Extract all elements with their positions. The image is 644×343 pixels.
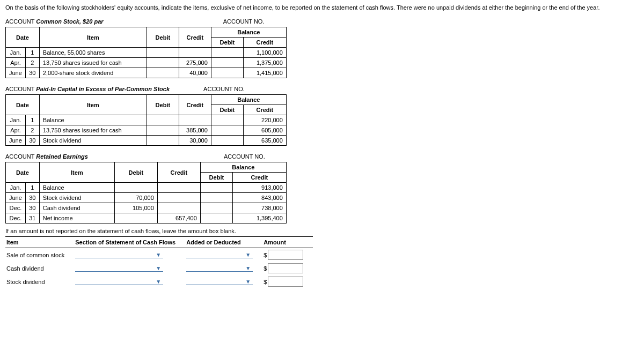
section-dropdown[interactable]: ▼ xyxy=(75,251,163,258)
answer-row: Stock dividend ▼ ▼ $ xyxy=(5,275,313,288)
amount-input[interactable] xyxy=(268,250,303,260)
answer-table: Item Section of Statement of Cash Flows … xyxy=(5,236,313,288)
col-balance-credit: Credit xyxy=(243,38,286,48)
col-answer-added: Added or Deducted xyxy=(185,237,262,248)
col-answer-amount: Amount xyxy=(262,237,313,248)
col-debit: Debit xyxy=(147,27,179,48)
col-answer-section: Section of Statement of Cash Flows xyxy=(74,237,185,248)
chevron-down-icon: ▼ xyxy=(156,252,161,258)
table-row: Apr.213,750 shares issued for cash385,00… xyxy=(6,125,287,136)
dollar-sign: $ xyxy=(264,279,267,285)
col-date: Date xyxy=(6,27,40,48)
instruction-text: On the basis of the following stockholde… xyxy=(5,4,639,11)
section-dropdown[interactable]: ▼ xyxy=(75,265,163,272)
answer-row: Cash dividend ▼ ▼ $ xyxy=(5,262,313,275)
account-header-paid-in-capital: ACCOUNT Paid-In Capital in Excess of Par… xyxy=(5,86,639,92)
account-header-retained-earnings: ACCOUNT Retained Earnings ACCOUNT NO. xyxy=(5,153,639,160)
note-text: If an amount is not reported on the stat… xyxy=(5,228,639,234)
amount-input[interactable] xyxy=(268,263,303,273)
ledger-common-stock: Date Item Debit Credit Balance Debit Cre… xyxy=(5,27,287,78)
answer-row: Sale of common stock ▼ ▼ $ xyxy=(5,248,313,262)
table-row: June30Stock dividend70,000843,000 xyxy=(6,193,287,203)
table-row: Jan.1Balance, 55,000 shares1,100,000 xyxy=(6,48,287,58)
ledger-retained-earnings: Date Item Debit Credit Balance DebitCred… xyxy=(5,162,287,223)
chevron-down-icon: ▼ xyxy=(156,279,161,285)
dollar-sign: $ xyxy=(264,265,267,272)
table-row: Dec.30Cash dividend105,000738,000 xyxy=(6,203,287,213)
answer-item-label: Stock dividend xyxy=(5,275,74,288)
account-header-common-stock: ACCOUNT Common Stock, $20 par ACCOUNT NO… xyxy=(5,18,639,25)
chevron-down-icon: ▼ xyxy=(245,252,251,258)
amount-input[interactable] xyxy=(268,277,303,287)
answer-item-label: Sale of common stock xyxy=(5,248,74,262)
chevron-down-icon: ▼ xyxy=(245,265,251,271)
added-dropdown[interactable]: ▼ xyxy=(186,278,253,285)
table-row: Jan.1Balance220,000 xyxy=(6,115,287,125)
col-credit: Credit xyxy=(179,27,211,48)
col-answer-item: Item xyxy=(5,237,74,248)
dollar-sign: $ xyxy=(264,252,267,258)
table-row: Jan.1Balance913,000 xyxy=(6,183,287,193)
chevron-down-icon: ▼ xyxy=(245,279,251,285)
col-balance: Balance xyxy=(211,27,286,38)
section-dropdown[interactable]: ▼ xyxy=(75,278,163,285)
table-row: June302,000-share stock dividend40,0001,… xyxy=(6,68,287,78)
col-balance-debit: Debit xyxy=(211,38,243,48)
table-row: Dec.31Net income657,4001,395,400 xyxy=(6,213,287,223)
added-dropdown[interactable]: ▼ xyxy=(186,251,253,258)
added-dropdown[interactable]: ▼ xyxy=(186,265,253,272)
table-row: June30Stock dividend30,000635,000 xyxy=(6,136,287,146)
ledger-paid-in-capital: Date Item Debit Credit Balance DebitCred… xyxy=(5,94,287,146)
chevron-down-icon: ▼ xyxy=(156,265,161,271)
col-item: Item xyxy=(39,27,147,48)
answer-item-label: Cash dividend xyxy=(5,262,74,275)
table-row: Apr.213,750 shares issued for cash275,00… xyxy=(6,58,287,68)
